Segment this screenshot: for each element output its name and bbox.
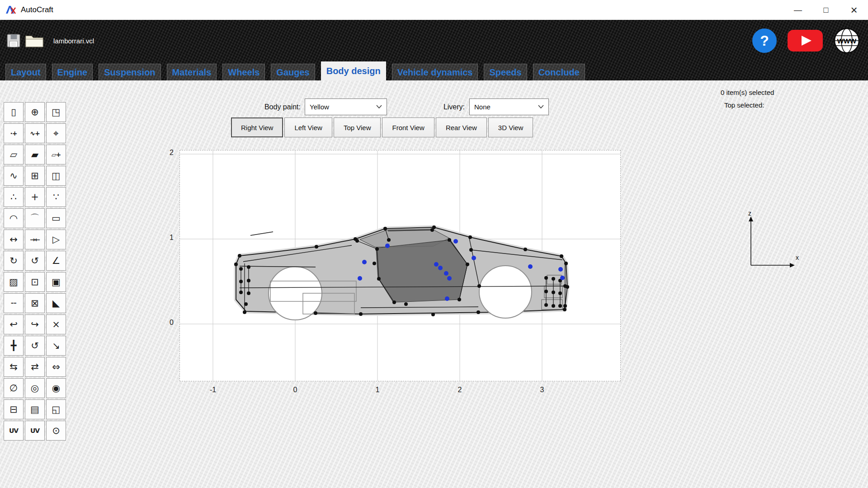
tab-speeds[interactable]: Speeds bbox=[484, 64, 527, 80]
rear-view-button[interactable]: Rear View bbox=[436, 117, 487, 137]
tool-dashed-path[interactable]: ╌ bbox=[4, 293, 24, 313]
folder-icon bbox=[24, 33, 44, 49]
tab-suspension[interactable]: Suspension bbox=[99, 64, 160, 80]
tool-snapshot-camera[interactable]: ⊙ bbox=[46, 421, 66, 441]
tool-redo[interactable]: ↪ bbox=[25, 314, 45, 334]
tool-add-vehicle[interactable]: ⊕ bbox=[25, 102, 45, 122]
tool-extrude[interactable]: ⊠ bbox=[25, 293, 45, 313]
design-canvas[interactable] bbox=[179, 150, 621, 381]
tool-grid[interactable]: ⊞ bbox=[25, 166, 45, 186]
tab-wheels[interactable]: Wheels bbox=[222, 64, 265, 80]
tool-ghost-view[interactable]: ◎ bbox=[25, 378, 45, 398]
maximize-button[interactable]: □ bbox=[812, 0, 840, 20]
tool-normal-flag[interactable]: ▷ bbox=[46, 230, 66, 249]
tab-vehicle-dynamics[interactable]: Vehicle dynamics bbox=[392, 64, 478, 80]
y-tick-label: 2 bbox=[158, 149, 174, 157]
help-button[interactable]: ? bbox=[752, 28, 777, 53]
y-tick-label: 1 bbox=[158, 234, 174, 242]
tool-surface[interactable]: ▱ bbox=[4, 145, 24, 164]
tool-tile[interactable]: ◫ bbox=[46, 166, 66, 186]
tool-hide-hidden-lines[interactable]: ∅ bbox=[4, 378, 24, 398]
x-tick-label: 0 bbox=[288, 386, 303, 394]
tool-hatch-surface[interactable]: ▨ bbox=[4, 272, 24, 292]
tool-marquee-select[interactable]: ◳ bbox=[46, 102, 66, 122]
tool-undo[interactable]: ↩ bbox=[4, 314, 24, 334]
x-tick-label: 2 bbox=[452, 386, 467, 394]
axis-z-label: z bbox=[748, 210, 751, 217]
livery-value: None bbox=[474, 103, 491, 111]
tool-equal-spacing[interactable]: ⇔ bbox=[46, 357, 66, 377]
tool-add-surface[interactable]: ▱+ bbox=[46, 145, 66, 164]
x-tick-label: -1 bbox=[205, 386, 221, 394]
tool-uv-unwrap-vehicle[interactable]: UV bbox=[25, 421, 45, 441]
top-selected-label: Top selected: bbox=[724, 101, 834, 109]
tool-copy-stack[interactable]: ⊟ bbox=[4, 399, 24, 419]
tool-wedge[interactable]: ◣ bbox=[46, 293, 66, 313]
tool-palette: ▯⊕◳∙+∿+⌖▱▰▱+∿⊞◫∴+∵◠⌒▭↔→←▷↻↺∠▨⊡▣╌⊠◣↩↪×╋↺↘… bbox=[4, 102, 66, 441]
tab-materials[interactable]: Materials bbox=[167, 64, 217, 80]
top-view-button[interactable]: Top View bbox=[334, 117, 381, 137]
tool-distribute-horizontal[interactable]: ⇆ bbox=[4, 357, 24, 377]
selection-info: 0 item(s) selected Top selected: bbox=[721, 89, 834, 109]
right-view-button[interactable]: Right View bbox=[231, 117, 283, 137]
body-paint-value: Yellow bbox=[310, 103, 329, 111]
tool-gather-points[interactable]: ∵ bbox=[46, 187, 66, 207]
tab-gauges[interactable]: Gauges bbox=[271, 64, 315, 80]
tool-scale-diagonal[interactable]: ↘ bbox=[46, 336, 66, 356]
3d-view-button[interactable]: 3D View bbox=[488, 117, 533, 137]
y-tick-label: 0 bbox=[158, 319, 174, 327]
tool-move[interactable]: ╋ bbox=[4, 336, 24, 356]
close-button[interactable]: × bbox=[840, 0, 868, 20]
save-button[interactable] bbox=[5, 32, 23, 50]
tool-shear[interactable]: ∠ bbox=[46, 251, 66, 271]
app-logo-icon bbox=[5, 5, 16, 15]
tool-stretch-horizontal[interactable]: ↔ bbox=[4, 230, 24, 249]
rear-wheel bbox=[479, 266, 532, 318]
tool-add-curve-point[interactable]: ∿+ bbox=[25, 123, 45, 143]
tool-slab[interactable]: ▣ bbox=[46, 272, 66, 292]
tab-body-design[interactable]: Body design bbox=[321, 61, 386, 80]
body-paint-select[interactable]: Yellow bbox=[305, 99, 387, 115]
tool-new-file[interactable]: ▯ bbox=[4, 102, 24, 122]
view-buttons: Right View Left View Top View Front View… bbox=[231, 117, 533, 137]
left-view-button[interactable]: Left View bbox=[284, 117, 332, 137]
tool-show-all[interactable]: ◉ bbox=[46, 378, 66, 398]
car-side-view-drawing[interactable] bbox=[180, 150, 620, 381]
www-label: WWW bbox=[837, 37, 857, 45]
website-globe-button[interactable]: WWW bbox=[834, 28, 860, 54]
tool-arc[interactable]: ◠ bbox=[4, 208, 24, 228]
tool-snap-target[interactable]: ⌖ bbox=[46, 123, 66, 143]
tool-spline[interactable]: ∿ bbox=[4, 166, 24, 186]
tab-engine[interactable]: Engine bbox=[52, 64, 93, 80]
tool-compress-horizontal[interactable]: →← bbox=[25, 230, 45, 249]
tool-rotate-cw[interactable]: ↻ bbox=[4, 251, 24, 271]
tool-center-point[interactable]: + bbox=[25, 187, 45, 207]
tool-uv-map[interactable]: UV bbox=[4, 421, 24, 441]
tab-layout[interactable]: Layout bbox=[5, 64, 46, 80]
tool-mirror-horizontal[interactable]: ⇄ bbox=[25, 357, 45, 377]
youtube-button[interactable] bbox=[788, 28, 823, 53]
interior bbox=[376, 240, 467, 302]
tool-add-point[interactable]: ∙+ bbox=[4, 123, 24, 143]
tool-rotate-object[interactable]: ↺ bbox=[25, 336, 45, 356]
tool-patch[interactable]: ▭ bbox=[46, 208, 66, 228]
tab-conclude[interactable]: Conclude bbox=[533, 64, 585, 80]
open-file-button[interactable] bbox=[23, 31, 46, 51]
tool-paste-stack[interactable]: ▤ bbox=[25, 399, 45, 419]
body-design-page: ▯⊕◳∙+∿+⌖▱▰▱+∿⊞◫∴+∵◠⌒▭↔→←▷↻↺∠▨⊡▣╌⊠◣↩↪×╋↺↘… bbox=[0, 80, 868, 488]
tool-surface-fill[interactable]: ▰ bbox=[25, 145, 45, 164]
livery-select[interactable]: None bbox=[469, 99, 549, 115]
tab-bar: Layout Engine Suspension Materials Wheel… bbox=[0, 61, 868, 80]
save-floppy-icon bbox=[6, 33, 21, 48]
tool-delete[interactable]: × bbox=[46, 314, 66, 334]
minimize-button[interactable]: — bbox=[784, 0, 812, 20]
tool-rotate-ccw[interactable]: ↺ bbox=[25, 251, 45, 271]
front-view-button[interactable]: Front View bbox=[382, 117, 434, 137]
tool-spread-points[interactable]: ∴ bbox=[4, 187, 24, 207]
car-body[interactable] bbox=[236, 227, 567, 320]
tool-duplicate-offset[interactable]: ◱ bbox=[46, 399, 66, 419]
tool-curve[interactable]: ⌒ bbox=[25, 208, 45, 228]
tool-box[interactable]: ⊡ bbox=[25, 272, 45, 292]
body-paint-label: Body paint: bbox=[246, 99, 301, 115]
chevron-down-icon bbox=[538, 105, 544, 109]
